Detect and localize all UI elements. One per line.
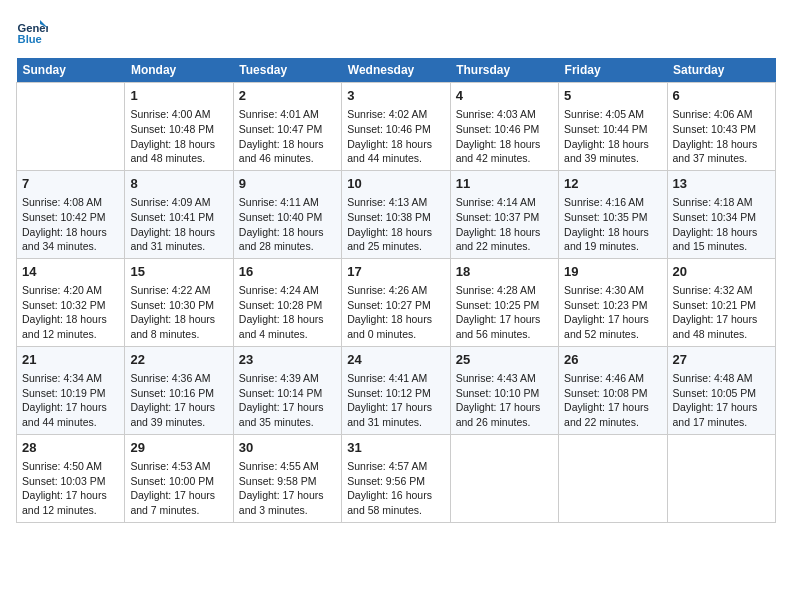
calendar-cell: 15Sunrise: 4:22 AM Sunset: 10:30 PM Dayl… (125, 258, 233, 346)
day-number: 14 (22, 263, 119, 281)
calendar-cell: 7Sunrise: 4:08 AM Sunset: 10:42 PM Dayli… (17, 170, 125, 258)
calendar-cell: 3Sunrise: 4:02 AM Sunset: 10:46 PM Dayli… (342, 83, 450, 171)
day-number: 4 (456, 87, 553, 105)
calendar-cell: 19Sunrise: 4:30 AM Sunset: 10:23 PM Dayl… (559, 258, 667, 346)
calendar-table: SundayMondayTuesdayWednesdayThursdayFrid… (16, 58, 776, 523)
day-info: Sunrise: 4:34 AM Sunset: 10:19 PM Daylig… (22, 371, 119, 430)
calendar-week-row: 14Sunrise: 4:20 AM Sunset: 10:32 PM Dayl… (17, 258, 776, 346)
day-number: 26 (564, 351, 661, 369)
calendar-cell: 25Sunrise: 4:43 AM Sunset: 10:10 PM Dayl… (450, 346, 558, 434)
day-number: 28 (22, 439, 119, 457)
calendar-cell: 26Sunrise: 4:46 AM Sunset: 10:08 PM Dayl… (559, 346, 667, 434)
calendar-cell: 4Sunrise: 4:03 AM Sunset: 10:46 PM Dayli… (450, 83, 558, 171)
calendar-week-row: 21Sunrise: 4:34 AM Sunset: 10:19 PM Dayl… (17, 346, 776, 434)
day-number: 21 (22, 351, 119, 369)
calendar-cell: 8Sunrise: 4:09 AM Sunset: 10:41 PM Dayli… (125, 170, 233, 258)
calendar-cell (450, 434, 558, 522)
day-info: Sunrise: 4:55 AM Sunset: 9:58 PM Dayligh… (239, 459, 336, 518)
day-info: Sunrise: 4:20 AM Sunset: 10:32 PM Daylig… (22, 283, 119, 342)
day-number: 22 (130, 351, 227, 369)
day-info: Sunrise: 4:08 AM Sunset: 10:42 PM Daylig… (22, 195, 119, 254)
calendar-cell: 13Sunrise: 4:18 AM Sunset: 10:34 PM Dayl… (667, 170, 775, 258)
calendar-cell: 20Sunrise: 4:32 AM Sunset: 10:21 PM Dayl… (667, 258, 775, 346)
day-info: Sunrise: 4:36 AM Sunset: 10:16 PM Daylig… (130, 371, 227, 430)
calendar-cell: 27Sunrise: 4:48 AM Sunset: 10:05 PM Dayl… (667, 346, 775, 434)
day-number: 8 (130, 175, 227, 193)
day-info: Sunrise: 4:03 AM Sunset: 10:46 PM Daylig… (456, 107, 553, 166)
day-info: Sunrise: 4:57 AM Sunset: 9:56 PM Dayligh… (347, 459, 444, 518)
day-info: Sunrise: 4:41 AM Sunset: 10:12 PM Daylig… (347, 371, 444, 430)
calendar-cell: 17Sunrise: 4:26 AM Sunset: 10:27 PM Dayl… (342, 258, 450, 346)
calendar-week-row: 7Sunrise: 4:08 AM Sunset: 10:42 PM Dayli… (17, 170, 776, 258)
calendar-cell: 23Sunrise: 4:39 AM Sunset: 10:14 PM Dayl… (233, 346, 341, 434)
day-number: 15 (130, 263, 227, 281)
day-info: Sunrise: 4:01 AM Sunset: 10:47 PM Daylig… (239, 107, 336, 166)
day-info: Sunrise: 4:30 AM Sunset: 10:23 PM Daylig… (564, 283, 661, 342)
day-info: Sunrise: 4:39 AM Sunset: 10:14 PM Daylig… (239, 371, 336, 430)
calendar-cell: 18Sunrise: 4:28 AM Sunset: 10:25 PM Dayl… (450, 258, 558, 346)
day-number: 17 (347, 263, 444, 281)
calendar-cell (559, 434, 667, 522)
calendar-cell: 21Sunrise: 4:34 AM Sunset: 10:19 PM Dayl… (17, 346, 125, 434)
weekday-header: Sunday (17, 58, 125, 83)
day-number: 3 (347, 87, 444, 105)
day-number: 31 (347, 439, 444, 457)
day-number: 5 (564, 87, 661, 105)
day-info: Sunrise: 4:16 AM Sunset: 10:35 PM Daylig… (564, 195, 661, 254)
calendar-cell: 24Sunrise: 4:41 AM Sunset: 10:12 PM Dayl… (342, 346, 450, 434)
weekday-header: Wednesday (342, 58, 450, 83)
calendar-header: SundayMondayTuesdayWednesdayThursdayFrid… (17, 58, 776, 83)
day-number: 7 (22, 175, 119, 193)
day-number: 23 (239, 351, 336, 369)
day-info: Sunrise: 4:18 AM Sunset: 10:34 PM Daylig… (673, 195, 770, 254)
day-number: 29 (130, 439, 227, 457)
day-info: Sunrise: 4:46 AM Sunset: 10:08 PM Daylig… (564, 371, 661, 430)
day-info: Sunrise: 4:11 AM Sunset: 10:40 PM Daylig… (239, 195, 336, 254)
weekday-header: Thursday (450, 58, 558, 83)
day-info: Sunrise: 4:02 AM Sunset: 10:46 PM Daylig… (347, 107, 444, 166)
day-number: 13 (673, 175, 770, 193)
day-info: Sunrise: 4:48 AM Sunset: 10:05 PM Daylig… (673, 371, 770, 430)
day-info: Sunrise: 4:22 AM Sunset: 10:30 PM Daylig… (130, 283, 227, 342)
day-info: Sunrise: 4:14 AM Sunset: 10:37 PM Daylig… (456, 195, 553, 254)
calendar-cell: 11Sunrise: 4:14 AM Sunset: 10:37 PM Dayl… (450, 170, 558, 258)
day-info: Sunrise: 4:32 AM Sunset: 10:21 PM Daylig… (673, 283, 770, 342)
svg-text:Blue: Blue (18, 33, 42, 45)
calendar-week-row: 28Sunrise: 4:50 AM Sunset: 10:03 PM Dayl… (17, 434, 776, 522)
header: General Blue (16, 16, 776, 48)
calendar-body: 1Sunrise: 4:00 AM Sunset: 10:48 PM Dayli… (17, 83, 776, 523)
day-info: Sunrise: 4:28 AM Sunset: 10:25 PM Daylig… (456, 283, 553, 342)
calendar-cell: 28Sunrise: 4:50 AM Sunset: 10:03 PM Dayl… (17, 434, 125, 522)
calendar-cell: 2Sunrise: 4:01 AM Sunset: 10:47 PM Dayli… (233, 83, 341, 171)
day-number: 2 (239, 87, 336, 105)
weekday-header: Monday (125, 58, 233, 83)
day-number: 1 (130, 87, 227, 105)
day-info: Sunrise: 4:50 AM Sunset: 10:03 PM Daylig… (22, 459, 119, 518)
day-info: Sunrise: 4:00 AM Sunset: 10:48 PM Daylig… (130, 107, 227, 166)
day-number: 11 (456, 175, 553, 193)
calendar-cell (667, 434, 775, 522)
calendar-cell: 6Sunrise: 4:06 AM Sunset: 10:43 PM Dayli… (667, 83, 775, 171)
calendar-cell: 14Sunrise: 4:20 AM Sunset: 10:32 PM Dayl… (17, 258, 125, 346)
calendar-cell (17, 83, 125, 171)
day-number: 25 (456, 351, 553, 369)
day-info: Sunrise: 4:53 AM Sunset: 10:00 PM Daylig… (130, 459, 227, 518)
day-number: 10 (347, 175, 444, 193)
day-number: 30 (239, 439, 336, 457)
day-info: Sunrise: 4:24 AM Sunset: 10:28 PM Daylig… (239, 283, 336, 342)
day-info: Sunrise: 4:26 AM Sunset: 10:27 PM Daylig… (347, 283, 444, 342)
calendar-cell: 30Sunrise: 4:55 AM Sunset: 9:58 PM Dayli… (233, 434, 341, 522)
day-info: Sunrise: 4:09 AM Sunset: 10:41 PM Daylig… (130, 195, 227, 254)
day-number: 16 (239, 263, 336, 281)
day-number: 27 (673, 351, 770, 369)
day-number: 6 (673, 87, 770, 105)
calendar-cell: 16Sunrise: 4:24 AM Sunset: 10:28 PM Dayl… (233, 258, 341, 346)
calendar-cell: 22Sunrise: 4:36 AM Sunset: 10:16 PM Dayl… (125, 346, 233, 434)
day-info: Sunrise: 4:05 AM Sunset: 10:44 PM Daylig… (564, 107, 661, 166)
weekday-header: Tuesday (233, 58, 341, 83)
weekday-header: Saturday (667, 58, 775, 83)
calendar-cell: 12Sunrise: 4:16 AM Sunset: 10:35 PM Dayl… (559, 170, 667, 258)
calendar-week-row: 1Sunrise: 4:00 AM Sunset: 10:48 PM Dayli… (17, 83, 776, 171)
calendar-cell: 10Sunrise: 4:13 AM Sunset: 10:38 PM Dayl… (342, 170, 450, 258)
logo-icon: General Blue (16, 16, 48, 48)
